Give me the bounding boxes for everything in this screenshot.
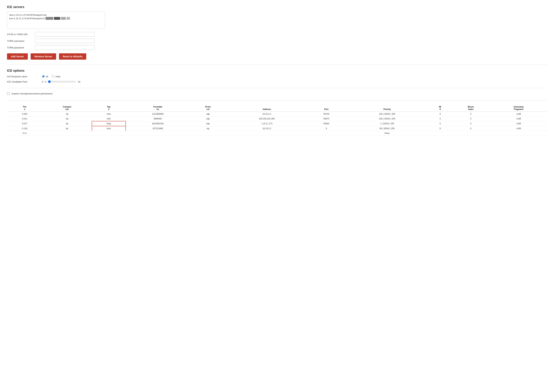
stun-uri-input[interactable] bbox=[35, 32, 94, 36]
table-cell bbox=[42, 131, 92, 136]
table-cell: 1 | 32542 | 255 bbox=[345, 121, 429, 126]
pool-slider[interactable] bbox=[48, 80, 76, 83]
col-time: Time bbox=[7, 105, 42, 112]
server-buttons: Add Server Remove Server Reset to defaul… bbox=[7, 53, 547, 60]
table-cell bbox=[190, 131, 226, 136]
ice-options-section: ICE options IceTransports value: all rel… bbox=[7, 69, 547, 83]
col-mline-index: MLineIndex bbox=[451, 105, 490, 112]
acquire-label: Acquire microphone/camera permissions bbox=[11, 92, 53, 95]
table-cell: 55973 bbox=[307, 116, 345, 121]
table-cell bbox=[126, 131, 190, 136]
table-header-row: Time Component Type Foundation Protocol … bbox=[7, 105, 547, 112]
table-cell: host bbox=[92, 126, 126, 131]
candidates-section: Time Component Type Foundation Protocol … bbox=[7, 105, 547, 136]
radio-all[interactable]: all bbox=[42, 75, 48, 78]
table-cell: 0 bbox=[429, 112, 451, 116]
turn-username-input[interactable] bbox=[35, 39, 94, 43]
table-row: 0.003rtphost1121683693udp10.23.2.2607201… bbox=[7, 112, 547, 116]
ice-servers-title: ICE servers bbox=[7, 5, 547, 9]
server-line-2: turn:1.15.11.173:3478?transport=tc bbox=[9, 17, 103, 20]
table-cell: Done bbox=[345, 131, 429, 136]
radio-all-input[interactable] bbox=[42, 75, 45, 78]
turn-password-row: TURN password: bbox=[7, 45, 547, 50]
table-cell: udp bbox=[190, 121, 226, 126]
server-line-1: stun:1.15.11.173:3478?transport=tcp bbox=[9, 14, 103, 16]
table-cell: v108 bbox=[490, 126, 547, 131]
col-component: Component bbox=[42, 105, 92, 112]
table-cell: rtp bbox=[42, 126, 92, 131]
table-cell: 0.071 bbox=[7, 121, 42, 126]
radio-relay-label: relay bbox=[56, 75, 60, 78]
divider-3 bbox=[7, 100, 547, 100]
table-cell: v108 bbox=[490, 121, 547, 126]
ice-servers-section: ICE servers stun:1.15.11.173:3478?transp… bbox=[7, 5, 547, 60]
table-cell: 100 | 32542 | 255 bbox=[345, 116, 429, 121]
pool-min-label: 0 bbox=[42, 80, 43, 83]
table-cell: v108 bbox=[490, 116, 547, 121]
acquire-checkbox[interactable] bbox=[7, 92, 10, 95]
table-cell: 0 bbox=[451, 126, 490, 131]
table-cell: 90 | 32542 | 255 bbox=[345, 126, 429, 131]
stun-uri-row: STUN or TURN URI: bbox=[7, 32, 547, 36]
table-cell: 0.003 bbox=[7, 112, 42, 116]
table-cell bbox=[429, 131, 451, 136]
col-priority: Priority bbox=[345, 105, 429, 112]
pool-current-value: 0 bbox=[45, 80, 46, 83]
table-cell: 0 bbox=[429, 121, 451, 126]
table-cell: 220.203.232.195 bbox=[226, 116, 307, 121]
table-cell: 1121683693 bbox=[126, 112, 190, 116]
pool-row: ICE Candidate Pool: 0 0 10 bbox=[7, 80, 547, 83]
table-cell: host bbox=[92, 112, 126, 116]
turn-username-row: TURN username: bbox=[7, 39, 547, 43]
pool-slider-group: 0 0 10 bbox=[42, 80, 80, 83]
table-cell bbox=[92, 131, 126, 136]
table-cell: srflx bbox=[92, 116, 126, 121]
table-cell: tcp bbox=[190, 126, 226, 131]
transports-label: IceTransports value: bbox=[7, 75, 42, 78]
table-cell: 5666405 bbox=[126, 116, 190, 121]
col-protocol: Protocol bbox=[190, 105, 226, 112]
radio-relay[interactable]: relay bbox=[52, 75, 60, 78]
table-cell: 0.118 bbox=[7, 126, 42, 131]
table-cell: 10.23.2.2 bbox=[226, 126, 307, 131]
server-text-2: turn:1.15.11.173:3478?transport=tc bbox=[9, 17, 45, 20]
table-row: 0.11Done bbox=[7, 131, 547, 136]
ice-servers-box[interactable]: stun:1.15.11.173:3478?transport=tcp turn… bbox=[7, 11, 105, 29]
table-cell: 0 bbox=[451, 121, 490, 126]
table-row: 0.118rtphost207123485tcp10.23.2.2990 | 3… bbox=[7, 126, 547, 131]
table-cell: 0 bbox=[429, 126, 451, 131]
table-cell: 60720 bbox=[307, 112, 345, 116]
table-row: 0.011rtpsrflx5666405udp220.203.232.19555… bbox=[7, 116, 547, 121]
transports-row: IceTransports value: all relay bbox=[7, 75, 547, 78]
table-cell: 63815 bbox=[307, 121, 345, 126]
radio-all-label: all bbox=[46, 75, 48, 78]
col-mid: Mid bbox=[429, 105, 451, 112]
col-port: Port bbox=[307, 105, 345, 112]
col-address: Address bbox=[226, 105, 307, 112]
table-cell: 126 | 32542 | 255 bbox=[345, 112, 429, 116]
table-cell: rtp bbox=[42, 112, 92, 116]
table-cell: 1631602160 bbox=[126, 121, 190, 126]
table-cell: 0 bbox=[451, 116, 490, 121]
radio-relay-input[interactable] bbox=[52, 75, 54, 78]
acquire-row: Acquire microphone/camera permissions bbox=[7, 92, 547, 95]
turn-password-label: TURN password: bbox=[7, 46, 35, 49]
turn-password-input[interactable] bbox=[35, 45, 94, 50]
table-cell: 0 bbox=[451, 112, 490, 116]
table-cell: 0.11 bbox=[7, 131, 42, 136]
table-cell: 1.15.11.173 bbox=[226, 121, 307, 126]
table-row: 0.071rtprelay1631602160udp1.15.11.173638… bbox=[7, 121, 547, 126]
reset-defaults-button[interactable]: Reset to defaults bbox=[59, 53, 86, 60]
candidates-table: Time Component Type Foundation Protocol … bbox=[7, 105, 547, 136]
table-cell: rtp bbox=[42, 116, 92, 121]
col-username-fragment: UsernameFragment bbox=[490, 105, 547, 112]
table-cell: udp bbox=[190, 112, 226, 116]
table-cell: udp bbox=[190, 116, 226, 121]
remove-server-button[interactable]: Remove Server bbox=[31, 53, 56, 60]
add-server-button[interactable]: Add Server bbox=[7, 53, 28, 60]
stun-uri-label: STUN or TURN URI: bbox=[7, 33, 35, 36]
table-cell: 9 bbox=[307, 126, 345, 131]
col-type: Type bbox=[92, 105, 126, 112]
table-cell bbox=[451, 131, 490, 136]
redacted-bar bbox=[45, 17, 70, 20]
